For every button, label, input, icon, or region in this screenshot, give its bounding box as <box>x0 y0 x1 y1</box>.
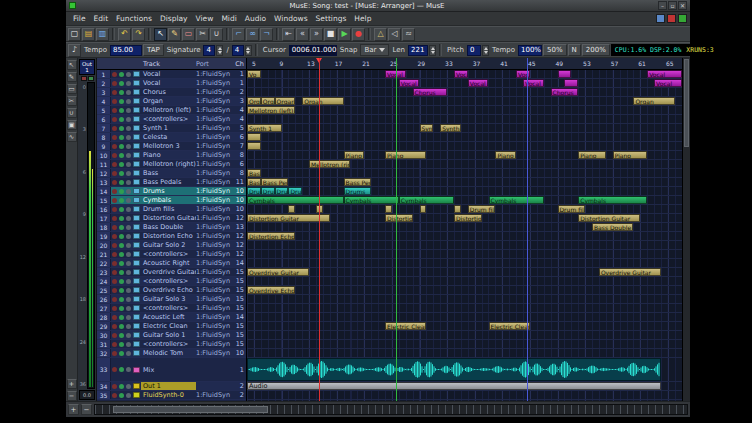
track-port[interactable]: 1:FluidSyn <box>196 115 235 123</box>
tap-button[interactable]: TAP <box>143 44 164 56</box>
mute-icon[interactable] <box>119 81 124 86</box>
part-canvas[interactable]: VoVocalVocalVocalVocalVocalVocalVocalVoc… <box>247 70 682 401</box>
part-piano[interactable]: Piano <box>385 151 426 159</box>
track-port[interactable]: 1:FluidSyn <box>196 286 235 294</box>
solo-icon[interactable] <box>126 144 131 149</box>
track-port[interactable]: 1:FluidSyn <box>196 151 235 159</box>
solo-icon[interactable] <box>126 153 131 158</box>
timeline-ruler[interactable]: 591317212529333741454953576165 <box>247 58 682 70</box>
solo-icon[interactable] <box>126 333 131 338</box>
part-drums[interactable]: Drums <box>288 187 302 195</box>
track-channel[interactable]: 10 <box>235 205 246 213</box>
track-lane[interactable] <box>247 259 682 268</box>
pitch-stepper[interactable] <box>482 45 489 56</box>
track-lane[interactable] <box>247 304 682 313</box>
track-row[interactable]: 1Vocal1:FluidSyn1 <box>97 70 246 79</box>
part-drum-fills[interactable]: Drum fills <box>468 205 496 213</box>
track-port[interactable]: 1:FluidSyn <box>196 106 235 114</box>
track-port[interactable]: 1:FluidSyn <box>196 391 235 399</box>
track-port[interactable]: 1:FluidSyn <box>196 97 235 105</box>
menu-settings[interactable]: Settings <box>312 13 351 24</box>
record-arm-icon[interactable] <box>112 207 117 212</box>
maximize-button[interactable]: ▫ <box>668 1 677 10</box>
part-distortion-echo[interactable]: Distortion Echo <box>247 232 295 240</box>
record-arm-icon[interactable] <box>112 252 117 257</box>
track-row[interactable]: 5Mellotron (left)1:FluidSyn4 <box>97 106 246 115</box>
track-port[interactable]: 1:FluidSyn <box>196 349 235 357</box>
tempo-scale-field[interactable]: 100% <box>518 45 542 56</box>
tempo-field[interactable]: 85.00 <box>110 45 142 56</box>
horizontal-scrollbar-thumb[interactable] <box>113 406 268 413</box>
track-lane[interactable] <box>247 391 682 400</box>
solo-icon[interactable] <box>126 367 131 372</box>
menu-view[interactable]: View <box>192 13 218 24</box>
track-name[interactable]: Distortion Echo <box>141 232 196 240</box>
record-arm-icon[interactable] <box>112 342 117 347</box>
track-row[interactable]: 21<controllers>1:FluidSyn12 <box>97 250 246 259</box>
track-row[interactable]: 29Electric Clean1:FluidSyn15 <box>97 322 246 331</box>
track-channel[interactable]: 6 <box>235 160 246 168</box>
part-cymbals[interactable]: Cymbals <box>489 196 544 204</box>
track-name[interactable]: Vocal <box>141 79 196 87</box>
track-channel[interactable]: 12 <box>235 232 246 240</box>
automation-tool-icon[interactable]: ∿ <box>67 132 77 142</box>
grid-layout-icon[interactable] <box>656 14 665 23</box>
track-channel[interactable]: 1 <box>235 366 246 374</box>
track-row[interactable]: 15Cymbals1:FluidSyn10 <box>97 196 246 205</box>
track-name[interactable]: Mellotron (left) <box>141 106 196 114</box>
track-row[interactable]: 10Piano1:FluidSyn8 <box>97 151 246 160</box>
zoom-200-button[interactable]: 200% <box>582 44 610 56</box>
solo-icon[interactable] <box>126 234 131 239</box>
track-lane[interactable] <box>247 277 682 286</box>
mixer-strip-button-1[interactable] <box>88 76 94 81</box>
track-lane[interactable] <box>247 331 682 340</box>
part-mellotron-right-[interactable]: Mellotron (right) <box>309 160 350 168</box>
track-channel[interactable]: 14 <box>235 259 246 267</box>
track-name[interactable]: Mellotron 3 <box>141 142 196 150</box>
track-channel[interactable]: 3 <box>235 97 246 105</box>
track-lane[interactable]: Drum fillsDrum fills <box>247 205 682 214</box>
len-field[interactable]: 221 <box>408 45 428 56</box>
track-name[interactable]: Vocal <box>141 70 196 78</box>
track-port[interactable]: 1:FluidSyn <box>196 241 235 249</box>
solo-icon[interactable] <box>126 189 131 194</box>
track-row[interactable]: 27<controllers>1:FluidSyn15 <box>97 304 246 313</box>
solo-icon[interactable] <box>126 297 131 302</box>
track-row[interactable]: 6<controllers>1:FluidSyn4 <box>97 115 246 124</box>
menu-audio[interactable]: Audio <box>241 13 270 24</box>
solo-icon[interactable] <box>126 108 131 113</box>
mute-icon[interactable] <box>119 351 124 356</box>
track-row[interactable]: 2Vocal1:FluidSyn1 <box>97 79 246 88</box>
track-lane[interactable]: CymbalsCymbalsCymbalsCymbalsCymbals <box>247 196 682 205</box>
track-channel[interactable]: 15 <box>235 295 246 303</box>
pencil-tool-button[interactable]: ✎ <box>168 28 181 41</box>
part-overdrive-guitar[interactable]: Overdrive Guitar <box>599 268 661 276</box>
mute-icon[interactable] <box>119 207 124 212</box>
track-port[interactable]: 1:FluidSyn <box>196 205 235 213</box>
track-row[interactable]: 33Mix1 <box>97 358 246 382</box>
pointer-tool-icon[interactable]: ↖ <box>67 60 77 70</box>
track-channel[interactable]: 14 <box>235 313 246 321</box>
record-arm-icon[interactable] <box>112 306 117 311</box>
track-name[interactable]: Distortion Guitar <box>141 214 196 222</box>
mute-icon[interactable] <box>119 315 124 320</box>
snap-dropdown[interactable]: Bar <box>360 44 389 56</box>
record-arm-icon[interactable] <box>112 198 117 203</box>
part-cymbals[interactable]: Cymbals <box>247 196 344 204</box>
minimize-button[interactable]: – <box>658 1 667 10</box>
track-channel[interactable]: 10 <box>235 187 246 195</box>
part-wave[interactable] <box>247 358 661 381</box>
solo-icon[interactable] <box>126 342 131 347</box>
menu-edit[interactable]: Edit <box>90 13 113 24</box>
track-port[interactable]: 1:FluidSyn <box>196 277 235 285</box>
record-arm-icon[interactable] <box>112 171 117 176</box>
track-port[interactable]: 1:FluidSyn <box>196 295 235 303</box>
track-row[interactable]: 8Celesta1:FluidSyn6 <box>97 133 246 142</box>
mute-icon[interactable] <box>119 153 124 158</box>
record-arm-icon[interactable] <box>112 351 117 356</box>
part-cymbals[interactable]: Cymbals <box>344 196 399 204</box>
track-channel[interactable]: 8 <box>235 151 246 159</box>
mute-icon[interactable] <box>119 162 124 167</box>
part-khaki[interactable] <box>247 142 261 150</box>
record-arm-icon[interactable] <box>112 90 117 95</box>
